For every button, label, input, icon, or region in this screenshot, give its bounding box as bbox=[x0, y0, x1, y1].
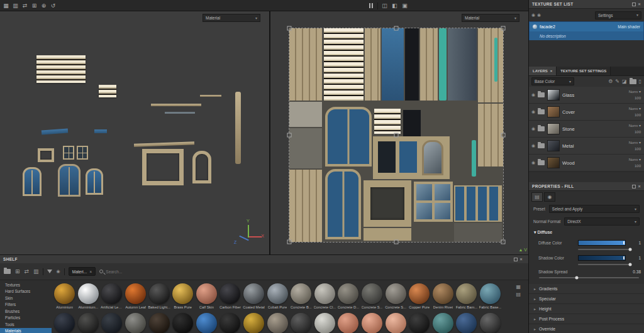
channel-dropdown[interactable]: Base Color ▾ bbox=[531, 77, 574, 85]
material-sphere[interactable] bbox=[480, 283, 501, 304]
material-sphere[interactable] bbox=[101, 313, 122, 333]
material-sphere[interactable] bbox=[125, 313, 146, 333]
fill-properties-tab-icon[interactable]: ▤ bbox=[531, 192, 543, 202]
add-effect-icon[interactable]: ⚙ bbox=[608, 79, 613, 84]
transform-handle[interactable] bbox=[501, 240, 506, 244]
viewport-3d[interactable]: Material ▾ Y X Z bbox=[0, 11, 269, 254]
transform-handle[interactable] bbox=[501, 133, 506, 138]
material-sphere[interactable] bbox=[78, 283, 99, 304]
layer-row[interactable]: ◉ Glass Norm ▾ 100 bbox=[529, 87, 644, 104]
transform-handle[interactable] bbox=[501, 26, 506, 31]
layer-visibility-icon[interactable]: ◉ bbox=[531, 109, 535, 114]
show-hidden-icon[interactable]: ◉ bbox=[57, 269, 60, 274]
layer-opacity[interactable]: 100 bbox=[635, 164, 641, 168]
material-sphere[interactable] bbox=[149, 313, 170, 333]
material-sphere[interactable] bbox=[172, 283, 193, 304]
close-icon[interactable]: × bbox=[638, 184, 641, 188]
search-input[interactable] bbox=[106, 270, 231, 274]
normal-format-dropdown[interactable]: DirectX ▾ bbox=[564, 217, 640, 226]
import-resources-icon[interactable]: ⇄ bbox=[25, 268, 30, 275]
layer-blend-mode[interactable]: Norm bbox=[629, 158, 638, 161]
material-sphere[interactable] bbox=[243, 283, 264, 304]
material-item[interactable] bbox=[195, 313, 219, 333]
layer-meta[interactable]: Norm ▾ 100 bbox=[629, 156, 641, 169]
material-item[interactable]: Carbon Fiber bbox=[218, 283, 242, 309]
render-mode-icon[interactable]: ◧ bbox=[391, 2, 399, 10]
collapsed-section[interactable]: ▸ Post Process bbox=[529, 314, 644, 324]
material-sphere[interactable] bbox=[409, 283, 430, 304]
display-settings-icon[interactable]: ◫ bbox=[380, 2, 389, 10]
split-view-icon[interactable]: ⊞ bbox=[30, 1, 38, 9]
layer-opacity[interactable]: 100 bbox=[635, 96, 641, 100]
material-item[interactable] bbox=[147, 313, 171, 333]
add-view-icon[interactable]: ⊕ bbox=[40, 1, 48, 9]
material-item[interactable] bbox=[313, 313, 337, 333]
undock-icon[interactable] bbox=[514, 258, 518, 261]
transform-handle[interactable] bbox=[287, 26, 292, 31]
shelf-category[interactable]: Skin bbox=[0, 295, 52, 302]
material-sphere[interactable] bbox=[243, 313, 264, 333]
close-tab-icon[interactable]: × bbox=[550, 69, 553, 73]
material-item[interactable] bbox=[408, 313, 431, 333]
material-item[interactable]: Fabric Base... bbox=[479, 283, 502, 309]
material-item[interactable] bbox=[360, 313, 384, 333]
viewport2d-shading-dropdown[interactable]: Material ▾ bbox=[462, 14, 519, 22]
material-item[interactable]: Aluminium... bbox=[77, 283, 101, 309]
tab-texture-set-settings[interactable]: TEXTURE SET SETTINGS bbox=[557, 67, 611, 75]
material-item[interactable] bbox=[77, 313, 101, 333]
shadow-alpha-slider[interactable] bbox=[578, 264, 630, 265]
texture-set-item[interactable]: facade2 Main shader No description bbox=[529, 21, 644, 40]
material-sphere[interactable] bbox=[172, 313, 193, 333]
material-item[interactable]: Denim Rivet bbox=[431, 283, 455, 309]
material-sphere[interactable] bbox=[267, 283, 288, 304]
layer-meta[interactable]: Norm ▾ 100 bbox=[629, 139, 641, 152]
material-item[interactable]: Cobalt Pure bbox=[265, 283, 289, 309]
material-sphere[interactable] bbox=[149, 283, 170, 304]
shelf-folder-icon[interactable] bbox=[4, 269, 11, 274]
material-properties-tab-icon[interactable]: ◉ bbox=[544, 192, 555, 202]
material-item[interactable]: Concrete B... bbox=[289, 283, 313, 309]
material-item[interactable] bbox=[479, 313, 502, 333]
texture-set-settings-dropdown[interactable]: Settings ▾ bbox=[595, 11, 641, 19]
diffuse-color-swatch[interactable] bbox=[578, 240, 626, 246]
material-sphere[interactable] bbox=[409, 313, 430, 333]
tab-layers[interactable]: LAYERS × bbox=[529, 67, 557, 75]
material-sphere[interactable] bbox=[291, 313, 311, 333]
shelf-category[interactable]: Textures bbox=[0, 281, 52, 288]
close-icon[interactable]: × bbox=[638, 2, 641, 6]
collapsed-section[interactable]: ▸ Gradients bbox=[529, 284, 644, 294]
add-group-icon[interactable] bbox=[630, 79, 636, 84]
material-sphere[interactable] bbox=[54, 313, 75, 333]
transform-handle[interactable] bbox=[287, 133, 292, 138]
shadow-spread-slider[interactable] bbox=[539, 277, 639, 278]
preset-dropdown[interactable]: Select and Apply ▾ bbox=[549, 205, 640, 213]
material-sphere[interactable] bbox=[101, 283, 122, 304]
uv-texture-atlas[interactable] bbox=[289, 28, 503, 242]
material-sphere[interactable] bbox=[362, 313, 382, 333]
material-sphere[interactable] bbox=[219, 313, 240, 333]
layer-visibility-icon[interactable]: ◉ bbox=[531, 126, 535, 131]
viewport3d-shading-dropdown[interactable]: Material ▾ bbox=[203, 14, 260, 22]
material-item[interactable]: Copper Pure bbox=[408, 283, 431, 309]
undock-icon[interactable] bbox=[632, 185, 636, 188]
layer-opacity[interactable]: 100 bbox=[635, 130, 641, 134]
layer-row[interactable]: ◉ Wood Norm ▾ 100 bbox=[529, 155, 644, 172]
material-sphere[interactable] bbox=[456, 283, 477, 304]
material-item[interactable] bbox=[384, 313, 408, 333]
undock-icon[interactable] bbox=[632, 3, 636, 6]
material-item[interactable]: Coated Metal bbox=[242, 283, 266, 309]
camera-icon[interactable]: ▣ bbox=[401, 2, 409, 10]
collapsed-section[interactable]: ▸ Override bbox=[529, 324, 644, 333]
material-item[interactable] bbox=[171, 313, 195, 333]
navigation-gizmo[interactable]: Y X Z bbox=[234, 219, 264, 248]
filter-tag[interactable]: Materi... × bbox=[69, 267, 96, 276]
layer-meta[interactable]: Norm ▾ 100 bbox=[629, 106, 641, 118]
layer-visibility-icon[interactable]: ◉ bbox=[531, 92, 535, 97]
collapsed-section[interactable]: ▸ Height bbox=[529, 304, 644, 314]
material-sphere[interactable] bbox=[456, 313, 477, 333]
layer-meta[interactable]: Norm ▾ 100 bbox=[629, 123, 641, 135]
material-sphere[interactable] bbox=[291, 283, 311, 304]
delete-layer-icon[interactable]: ▯ bbox=[639, 79, 641, 84]
layer-visibility-icon[interactable]: ◉ bbox=[531, 143, 535, 148]
shelf-category[interactable]: Filters bbox=[0, 302, 52, 308]
